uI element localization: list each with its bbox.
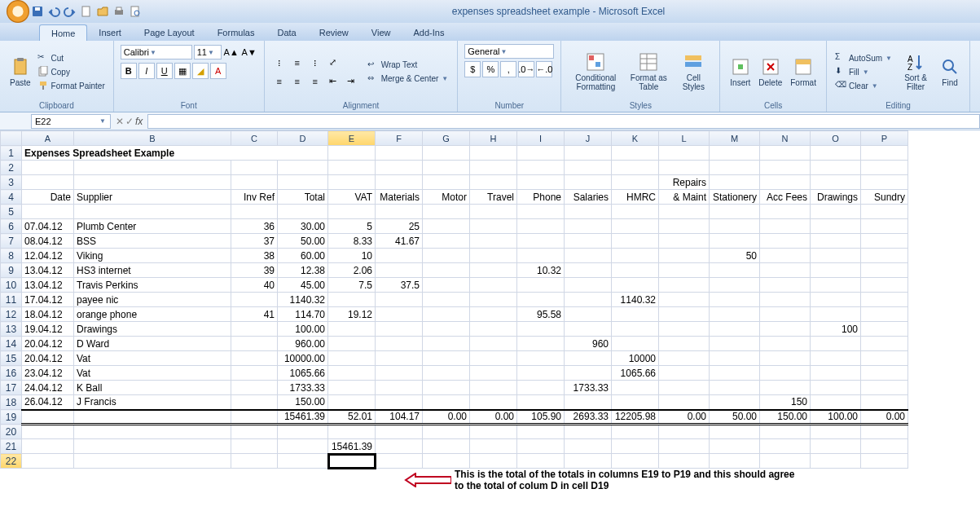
decrease-decimal-button[interactable]: ←.0	[536, 61, 552, 77]
save-icon[interactable]	[31, 5, 44, 18]
cell-A18[interactable]: 26.04.12	[22, 395, 74, 410]
cancel-icon[interactable]: ✕	[116, 116, 124, 127]
grow-font-button[interactable]: A▲	[223, 44, 240, 60]
cell-E15[interactable]	[328, 351, 376, 366]
cell-D14[interactable]: 960.00	[278, 337, 328, 351]
cell-I2[interactable]	[517, 161, 565, 175]
col-header-O[interactable]: O	[811, 131, 861, 146]
cell-G9[interactable]	[423, 263, 470, 278]
cell-E19[interactable]: 52.01	[328, 410, 376, 425]
cell-H9[interactable]	[470, 263, 517, 278]
cell-C3[interactable]	[231, 175, 278, 190]
conditional-formatting-button[interactable]: Conditional Formatting	[568, 51, 623, 93]
cell-G5[interactable]	[423, 205, 470, 219]
cell-E17[interactable]	[328, 381, 376, 395]
cell-L14[interactable]	[659, 337, 710, 351]
insert-cells-button[interactable]: Insert	[727, 55, 754, 89]
cell-I12[interactable]: 95.58	[517, 307, 565, 322]
cell-J9[interactable]	[565, 263, 612, 278]
cell-O18[interactable]	[811, 395, 861, 410]
cell-F5[interactable]	[376, 205, 423, 219]
cell-O12[interactable]	[811, 307, 861, 322]
cell-L3[interactable]: Repairs	[659, 175, 710, 190]
cell-M20[interactable]	[710, 425, 760, 439]
cell-M21[interactable]	[710, 439, 760, 454]
select-all[interactable]	[1, 131, 22, 146]
cell-K21[interactable]	[612, 439, 659, 454]
cell-O15[interactable]	[811, 351, 861, 366]
cell-L18[interactable]	[659, 395, 710, 410]
cell-K20[interactable]	[612, 425, 659, 439]
cell-C2[interactable]	[231, 161, 278, 175]
cell-P2[interactable]	[861, 161, 908, 175]
cell-F16[interactable]	[376, 366, 423, 381]
cell-C4[interactable]: Inv Ref	[231, 190, 278, 205]
cell-J11[interactable]	[565, 293, 612, 307]
format-cells-button[interactable]: Format	[787, 55, 820, 89]
cell-C17[interactable]	[231, 381, 278, 395]
col-header-N[interactable]: N	[760, 131, 811, 146]
cell-G21[interactable]	[423, 439, 470, 454]
cell-B19[interactable]	[74, 410, 231, 425]
cell-C9[interactable]: 39	[231, 263, 278, 278]
cell-A7[interactable]: 08.04.12	[22, 234, 74, 249]
cell-N19[interactable]: 150.00	[760, 410, 811, 425]
cell-J8[interactable]	[565, 249, 612, 263]
cell-P21[interactable]	[861, 439, 908, 454]
cell-A11[interactable]: 17.04.12	[22, 293, 74, 307]
redo-icon[interactable]	[64, 5, 77, 18]
cell-F12[interactable]	[376, 307, 423, 322]
cell-A1[interactable]: Expenses Spreadsheet Example	[22, 146, 328, 161]
row-header-5[interactable]: 5	[1, 205, 22, 219]
col-header-A[interactable]: A	[22, 131, 74, 146]
row-header-11[interactable]: 11	[1, 293, 22, 307]
cell-F1[interactable]	[376, 146, 423, 161]
cell-A8[interactable]: 12.04.12	[22, 249, 74, 263]
row-header-15[interactable]: 15	[1, 351, 22, 366]
cell-F6[interactable]: 25	[376, 219, 423, 234]
cell-D18[interactable]: 150.00	[278, 395, 328, 410]
cell-J20[interactable]	[565, 425, 612, 439]
cell-H13[interactable]	[470, 322, 517, 337]
cell-O14[interactable]	[811, 337, 861, 351]
row-header-10[interactable]: 10	[1, 278, 22, 293]
cell-B7[interactable]: BSS	[74, 234, 231, 249]
cell-I7[interactable]	[517, 234, 565, 249]
cell-F19[interactable]: 104.17	[376, 410, 423, 425]
cell-H12[interactable]	[470, 307, 517, 322]
cell-D7[interactable]: 50.00	[278, 234, 328, 249]
cell-K4[interactable]: HMRC	[612, 190, 659, 205]
cell-J22[interactable]	[565, 454, 612, 469]
cell-H7[interactable]	[470, 234, 517, 249]
cell-K10[interactable]	[612, 278, 659, 293]
cell-A6[interactable]: 07.04.12	[22, 219, 74, 234]
cell-L10[interactable]	[659, 278, 710, 293]
cell-O16[interactable]	[811, 366, 861, 381]
row-header-1[interactable]: 1	[1, 146, 22, 161]
row-header-20[interactable]: 20	[1, 425, 22, 439]
cell-A20[interactable]	[22, 425, 74, 439]
cell-L1[interactable]	[659, 146, 710, 161]
tab-home[interactable]: Home	[39, 24, 87, 41]
cell-L4[interactable]: & Maint	[659, 190, 710, 205]
col-header-E[interactable]: E	[328, 131, 376, 146]
cell-I3[interactable]	[517, 175, 565, 190]
col-header-F[interactable]: F	[376, 131, 423, 146]
cell-G10[interactable]	[423, 278, 470, 293]
col-header-C[interactable]: C	[231, 131, 278, 146]
cell-O4[interactable]: Drawings	[811, 190, 861, 205]
cell-H14[interactable]	[470, 337, 517, 351]
cell-B15[interactable]: Vat	[74, 351, 231, 366]
cell-M9[interactable]	[710, 263, 760, 278]
cell-I20[interactable]	[517, 425, 565, 439]
cell-E3[interactable]	[328, 175, 376, 190]
cell-M18[interactable]	[710, 395, 760, 410]
undo-icon[interactable]	[47, 5, 60, 18]
cell-L12[interactable]	[659, 307, 710, 322]
cell-N15[interactable]	[760, 351, 811, 366]
col-header-K[interactable]: K	[612, 131, 659, 146]
cell-G14[interactable]	[423, 337, 470, 351]
cell-B3[interactable]	[74, 175, 231, 190]
cell-N2[interactable]	[760, 161, 811, 175]
cell-F18[interactable]	[376, 395, 423, 410]
